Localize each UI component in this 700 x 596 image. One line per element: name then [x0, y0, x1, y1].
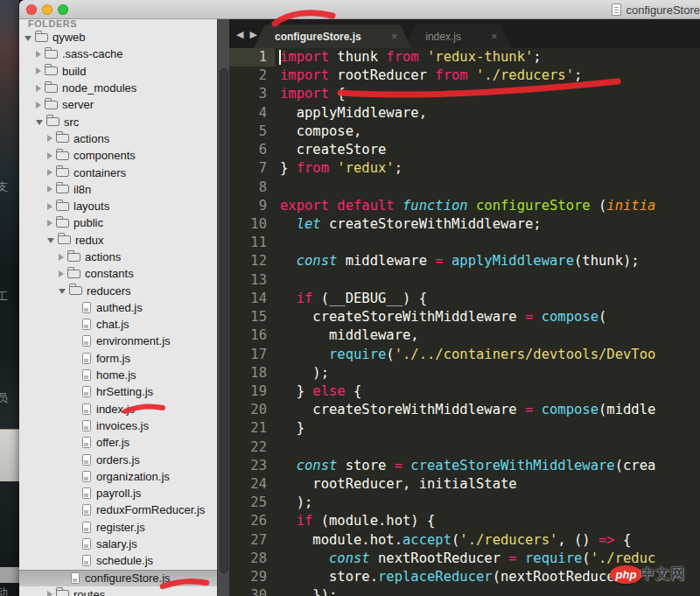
code-line-12[interactable]: 12 const middleware = applyMiddleware(th… [229, 252, 700, 270]
sidebar-scrollbar-thumb[interactable] [220, 68, 228, 573]
disclosure-closed-icon[interactable] [47, 169, 52, 176]
code-line-7[interactable]: 7} from 'redux'; [229, 159, 700, 178]
tree-item-components[interactable]: components [19, 147, 217, 164]
tree-item-register-js[interactable]: register.js [19, 519, 217, 536]
disclosure-closed-icon[interactable] [47, 220, 52, 227]
tab-close-icon[interactable]: × [491, 30, 498, 43]
code-line-16[interactable]: 16 middleware, [229, 326, 700, 345]
code-line-13[interactable]: 13 [229, 271, 700, 290]
tab-close-icon[interactable]: × [391, 30, 398, 43]
tree-item-redux[interactable]: redux [19, 232, 217, 249]
tree-item-hrsetting-js[interactable]: hrSetting.js [19, 383, 217, 400]
disclosure-closed-icon[interactable] [47, 203, 52, 210]
code-line-23[interactable]: 23 const store = createStoreWithMiddlewa… [229, 457, 700, 475]
disclosure-closed-icon[interactable] [59, 254, 64, 261]
tree-item-label: reduxFormReducer.js [96, 503, 205, 516]
tree-item-routes[interactable]: routes [19, 586, 217, 596]
tree-item-invoices-js[interactable]: invoices.js [19, 417, 217, 434]
tree-item-reducers[interactable]: reducers [19, 282, 217, 298]
disclosure-closed-icon[interactable] [36, 102, 41, 109]
disclosure-open-icon[interactable] [36, 120, 43, 125]
disclosure-closed-icon[interactable] [36, 51, 41, 58]
line-number: 3 [229, 85, 275, 103]
code-area[interactable]: 1import thunk from 'redux-thunk';2import… [229, 48, 700, 596]
code-line-22[interactable]: 22 [229, 438, 700, 457]
minimize-window-button[interactable] [42, 4, 52, 15]
watermark: php 中文网 [610, 565, 685, 584]
tree-item-actions[interactable]: actions [19, 249, 217, 265]
disclosure-closed-icon[interactable] [47, 135, 52, 142]
tree-item-offer-js[interactable]: offer.js [19, 434, 217, 451]
tree-item-organization-js[interactable]: organization.js [19, 468, 217, 485]
code-line-19[interactable]: 19 } else { [229, 382, 700, 401]
disclosure-closed-icon[interactable] [59, 270, 64, 277]
disclosure-closed-icon[interactable] [47, 591, 52, 596]
code-line-3[interactable]: 3import { [229, 85, 700, 103]
code-line-14[interactable]: 14 if (__DEBUG__) { [229, 290, 700, 308]
tree-item-orders-js[interactable]: orders.js [19, 451, 217, 467]
code-line-30[interactable]: 30 }); [229, 586, 700, 596]
tree-item-src[interactable]: src [19, 113, 217, 130]
code-line-25[interactable]: 25 ); [229, 494, 700, 512]
tree-item-public[interactable]: public [19, 214, 217, 231]
tab-configurestore-js[interactable]: configureStore.js× [254, 25, 411, 48]
tree-item-server[interactable]: server [19, 96, 217, 113]
tree-item-chat-js[interactable]: chat.js [19, 316, 217, 333]
code-line-6[interactable]: 6 createStore [229, 141, 700, 159]
tree-item-reduxformreducer-js[interactable]: reduxFormReducer.js [19, 501, 217, 518]
code-line-2[interactable]: 2import rootReducer from './reducers'; [229, 67, 700, 85]
tree-item-home-js[interactable]: home.js [19, 367, 217, 383]
code-text: } [275, 419, 304, 438]
tree-item-qyweb[interactable]: qyweb [19, 29, 217, 46]
tab-index-js[interactable]: index.js× [404, 25, 511, 48]
code-line-1[interactable]: 1import thunk from 'redux-thunk'; [229, 48, 700, 67]
tree-item-salary-js[interactable]: salary.js [19, 536, 217, 552]
disclosure-closed-icon[interactable] [36, 67, 41, 74]
code-line-24[interactable]: 24 rootReducer, initialState [229, 475, 700, 494]
tree-item-actions[interactable]: actions [19, 130, 217, 147]
code-line-21[interactable]: 21 } [229, 419, 700, 438]
line-number: 9 [229, 197, 275, 215]
tree-item--sass-cache[interactable]: .sass-cache [19, 46, 217, 62]
close-window-button[interactable] [26, 4, 37, 15]
code-line-11[interactable]: 11 [229, 234, 700, 252]
disclosure-closed-icon[interactable] [47, 152, 52, 159]
tab-back-button[interactable]: ◀ [236, 28, 243, 40]
tree-item-constants[interactable]: constants [19, 265, 217, 282]
tree-item-node-modules[interactable]: node_modules [19, 80, 217, 96]
disclosure-closed-icon[interactable] [36, 85, 41, 92]
code-line-17[interactable]: 17 require('./../containers/devtools/Dev… [229, 346, 700, 364]
code-line-27[interactable]: 27 module.hot.accept('./reducers', () =>… [229, 531, 700, 550]
line-number: 19 [229, 382, 275, 401]
tree-item-form-js[interactable]: form.js [19, 350, 217, 367]
tree-item-index-js[interactable]: index.js [19, 401, 217, 417]
code-line-15[interactable]: 15 createStoreWithMiddleware = compose( [229, 308, 700, 326]
sidebar-scrollbar[interactable] [217, 19, 229, 596]
tree-item-schedule-js[interactable]: schedule.js [19, 552, 217, 569]
code-line-8[interactable]: 8 [229, 179, 700, 197]
code-line-4[interactable]: 4 applyMiddleware, [229, 104, 700, 123]
tree-item-authed-js[interactable]: authed.js [19, 299, 217, 316]
code-line-9[interactable]: 9export default function configureStore … [229, 197, 700, 215]
document-icon [612, 4, 621, 16]
tree-item-payroll-js[interactable]: payroll.js [19, 485, 217, 501]
line-number: 21 [229, 419, 275, 438]
code-line-20[interactable]: 20 createStoreWithMiddleware = compose(m… [229, 401, 700, 419]
code-line-5[interactable]: 5 compose, [229, 123, 700, 141]
code-line-26[interactable]: 26 if (module.hot) { [229, 512, 700, 530]
disclosure-open-icon[interactable] [24, 36, 32, 41]
tree-item-configurestore-js[interactable]: configureStore.js [19, 570, 217, 586]
disclosure-open-icon[interactable] [47, 238, 54, 243]
zoom-window-button[interactable] [58, 4, 68, 15]
tree-item-il8n[interactable]: il8n [19, 181, 217, 198]
tab-forward-button[interactable]: ▶ [249, 28, 256, 40]
tree-item-containers[interactable]: containers [19, 164, 217, 180]
tree-item-build[interactable]: build [19, 63, 217, 80]
tree-item-layouts[interactable]: layouts [19, 198, 217, 214]
disclosure-closed-icon[interactable] [47, 186, 52, 193]
code-line-10[interactable]: 10 let createStoreWithMiddleware; [229, 215, 700, 234]
tree-item-label: layouts [74, 200, 109, 213]
tree-item-environment-js[interactable]: environment.js [19, 333, 217, 349]
code-line-18[interactable]: 18 ); [229, 364, 700, 382]
disclosure-open-icon[interactable] [59, 289, 66, 294]
